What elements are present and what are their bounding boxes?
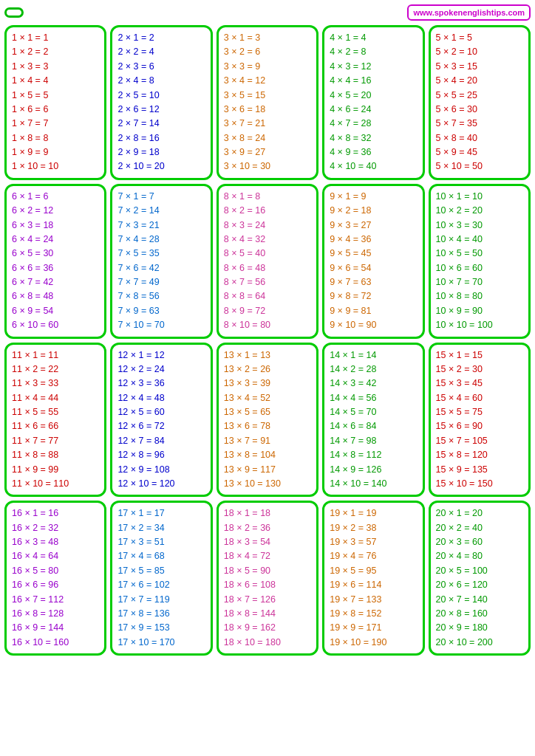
table-line: 6 × 10 = 60 bbox=[12, 318, 99, 332]
table-line: 6 × 3 = 18 bbox=[12, 219, 99, 233]
table-line: 5 × 2 = 10 bbox=[436, 45, 523, 59]
table-line: 11 × 5 = 55 bbox=[12, 405, 99, 419]
table-line: 17 × 2 = 34 bbox=[117, 521, 205, 535]
table-line: 4 × 7 = 28 bbox=[330, 117, 417, 131]
table-line: 17 × 9 = 153 bbox=[117, 621, 205, 635]
page: www.spokenenglіshtips.com 1 × 1 = 11 × 2… bbox=[0, 0, 535, 660]
table-line: 7 × 7 = 49 bbox=[117, 275, 205, 289]
table-line: 18 × 9 = 162 bbox=[224, 621, 311, 635]
table-line: 11 × 1 = 11 bbox=[12, 348, 99, 362]
table-line: 8 × 3 = 24 bbox=[224, 219, 311, 233]
table-box-4: 4 × 1 = 44 × 2 = 84 × 3 = 124 × 4 = 164 … bbox=[322, 25, 424, 180]
table-line: 2 × 2 = 4 bbox=[117, 45, 205, 59]
table-line: 15 × 10 = 150 bbox=[436, 477, 523, 491]
table-box-8: 8 × 1 = 88 × 2 = 168 × 3 = 248 × 4 = 328… bbox=[217, 184, 318, 339]
table-line: 7 × 8 = 56 bbox=[117, 289, 205, 303]
table-line: 8 × 2 = 16 bbox=[224, 204, 311, 218]
table-line: 2 × 6 = 12 bbox=[117, 103, 205, 117]
table-box-6: 6 × 1 = 66 × 2 = 126 × 3 = 186 × 4 = 246… bbox=[4, 184, 106, 339]
table-box-19: 19 × 1 = 1919 × 2 = 3819 × 3 = 5719 × 4 … bbox=[322, 501, 424, 656]
table-line: 7 × 9 = 63 bbox=[117, 304, 205, 318]
table-line: 1 × 1 = 1 bbox=[12, 31, 99, 45]
table-line: 18 × 2 = 36 bbox=[224, 521, 311, 535]
table-line: 14 × 5 = 70 bbox=[330, 405, 417, 419]
table-line: 18 × 1 = 18 bbox=[224, 506, 311, 520]
table-line: 17 × 5 = 85 bbox=[117, 564, 205, 578]
table-line: 19 × 3 = 57 bbox=[330, 535, 417, 549]
table-line: 15 × 6 = 90 bbox=[436, 419, 523, 433]
tables-grid: 1 × 1 = 11 × 2 = 21 × 3 = 31 × 4 = 41 × … bbox=[4, 25, 531, 656]
table-line: 13 × 10 = 130 bbox=[224, 477, 311, 491]
table-line: 18 × 5 = 90 bbox=[224, 564, 311, 578]
table-line: 16 × 5 = 80 bbox=[12, 564, 99, 578]
table-line: 2 × 4 = 8 bbox=[117, 74, 205, 88]
table-line: 4 × 2 = 8 bbox=[330, 45, 417, 59]
table-line: 17 × 1 = 17 bbox=[117, 506, 205, 520]
table-box-12: 12 × 1 = 1212 × 2 = 2412 × 3 = 3612 × 4 … bbox=[110, 343, 212, 498]
table-line: 10 × 4 = 40 bbox=[436, 233, 523, 247]
table-line: 4 × 8 = 32 bbox=[330, 131, 417, 145]
table-line: 10 × 3 = 30 bbox=[436, 219, 523, 233]
table-line: 1 × 8 = 8 bbox=[12, 131, 99, 145]
table-line: 11 × 2 = 22 bbox=[12, 362, 99, 377]
table-line: 3 × 8 = 24 bbox=[224, 131, 311, 145]
table-box-1: 1 × 1 = 11 × 2 = 21 × 3 = 31 × 4 = 41 × … bbox=[4, 25, 106, 180]
table-box-15: 15 × 1 = 1515 × 2 = 3015 × 3 = 4515 × 4 … bbox=[429, 343, 531, 498]
table-line: 3 × 2 = 6 bbox=[224, 45, 311, 59]
table-box-14: 14 × 1 = 1414 × 2 = 2814 × 3 = 4214 × 4 … bbox=[322, 343, 424, 498]
table-line: 14 × 7 = 98 bbox=[330, 434, 417, 448]
table-line: 18 × 10 = 180 bbox=[224, 636, 311, 650]
table-line: 10 × 2 = 20 bbox=[436, 204, 523, 218]
table-line: 15 × 9 = 135 bbox=[436, 463, 523, 477]
table-line: 7 × 6 = 42 bbox=[117, 261, 205, 275]
table-line: 1 × 6 = 6 bbox=[12, 103, 99, 117]
table-line: 10 × 7 = 70 bbox=[436, 275, 523, 289]
table-line: 1 × 3 = 3 bbox=[12, 60, 99, 74]
table-line: 18 × 7 = 126 bbox=[224, 593, 311, 607]
table-line: 13 × 7 = 91 bbox=[224, 434, 311, 448]
table-line: 15 × 4 = 60 bbox=[436, 391, 523, 405]
table-line: 3 × 4 = 12 bbox=[224, 74, 311, 88]
table-line: 19 × 8 = 152 bbox=[330, 607, 417, 621]
table-line: 7 × 1 = 7 bbox=[117, 190, 205, 204]
table-line: 2 × 8 = 16 bbox=[117, 131, 205, 145]
table-line: 9 × 10 = 90 bbox=[330, 318, 417, 332]
table-line: 2 × 10 = 20 bbox=[117, 159, 205, 173]
table-box-16: 16 × 1 = 1616 × 2 = 3216 × 3 = 4816 × 4 … bbox=[4, 501, 106, 656]
table-line: 17 × 6 = 102 bbox=[117, 578, 205, 592]
table-line: 3 × 5 = 15 bbox=[224, 89, 311, 103]
table-line: 13 × 2 = 26 bbox=[224, 362, 311, 377]
table-line: 6 × 7 = 42 bbox=[12, 275, 99, 289]
table-line: 14 × 1 = 14 bbox=[330, 348, 417, 362]
table-line: 12 × 8 = 96 bbox=[117, 448, 205, 462]
table-line: 20 × 8 = 160 bbox=[436, 607, 523, 621]
table-line: 9 × 1 = 9 bbox=[330, 190, 417, 204]
table-line: 3 × 3 = 9 bbox=[224, 60, 311, 74]
table-line: 1 × 9 = 9 bbox=[12, 145, 99, 159]
table-line: 19 × 9 = 171 bbox=[330, 621, 417, 635]
table-line: 15 × 8 = 120 bbox=[436, 448, 523, 462]
header: www.spokenenglіshtips.com bbox=[4, 4, 531, 21]
table-line: 17 × 7 = 119 bbox=[117, 593, 205, 607]
table-line: 20 × 3 = 60 bbox=[436, 535, 523, 549]
table-box-18: 18 × 1 = 1818 × 2 = 3618 × 3 = 5418 × 4 … bbox=[217, 501, 318, 656]
table-line: 4 × 1 = 4 bbox=[330, 31, 417, 45]
table-line: 11 × 4 = 44 bbox=[12, 391, 99, 405]
table-line: 11 × 9 = 99 bbox=[12, 463, 99, 477]
table-line: 10 × 1 = 10 bbox=[436, 190, 523, 204]
table-line: 18 × 6 = 108 bbox=[224, 578, 311, 592]
table-box-13: 13 × 1 = 1313 × 2 = 2613 × 3 = 3913 × 4 … bbox=[217, 343, 318, 498]
table-line: 2 × 3 = 6 bbox=[117, 60, 205, 74]
table-line: 6 × 5 = 30 bbox=[12, 247, 99, 261]
table-line: 9 × 8 = 72 bbox=[330, 289, 417, 303]
table-line: 5 × 7 = 35 bbox=[436, 117, 523, 131]
table-line: 2 × 9 = 18 bbox=[117, 145, 205, 159]
table-line: 16 × 1 = 16 bbox=[12, 506, 99, 520]
table-line: 12 × 10 = 120 bbox=[117, 477, 205, 491]
table-line: 11 × 10 = 110 bbox=[12, 477, 99, 491]
table-line: 15 × 5 = 75 bbox=[436, 405, 523, 419]
table-line: 16 × 7 = 112 bbox=[12, 593, 99, 607]
table-line: 6 × 8 = 48 bbox=[12, 289, 99, 303]
table-line: 10 × 10 = 100 bbox=[436, 318, 523, 332]
table-line: 5 × 4 = 20 bbox=[436, 74, 523, 88]
